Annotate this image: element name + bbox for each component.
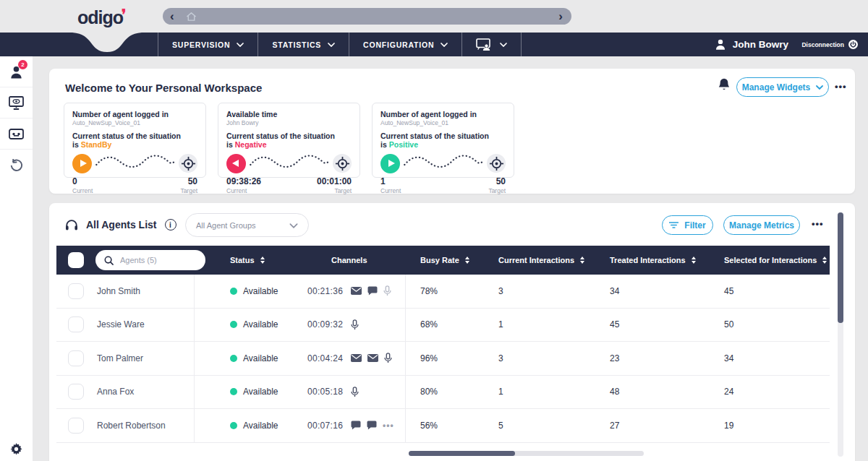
status-duration: 00:07:16 xyxy=(307,409,343,442)
mail-icon xyxy=(351,354,362,362)
vertical-scroll-thumb[interactable] xyxy=(838,212,843,323)
play-indicator-icon xyxy=(226,154,246,173)
column-divider xyxy=(194,376,195,409)
agents-card: All Agents List i All Agent Groups Filte… xyxy=(49,203,855,461)
address-bar[interactable]: ‹ › xyxy=(163,8,571,25)
row-checkbox[interactable] xyxy=(68,283,84,299)
column-divider xyxy=(405,275,406,308)
column-label: Treated Interactions xyxy=(610,256,686,264)
target-badge xyxy=(487,154,506,173)
manage-widgets-button[interactable]: Manage Widgets xyxy=(736,77,829,97)
column-label: Current Interactions xyxy=(498,256,574,264)
user-menu[interactable]: John Bowry xyxy=(715,33,788,56)
nav-item-supervision[interactable]: SUPERVISION xyxy=(158,33,258,56)
sort-icon[interactable] xyxy=(260,257,265,264)
table-row[interactable]: Jessie WareAvailable00:09:3268%14550 xyxy=(56,309,830,342)
nav-item-statistics[interactable]: STATISTICS xyxy=(258,33,349,56)
nav-item-screen-sharing[interactable] xyxy=(461,33,522,56)
selected-for-interactions: 19 xyxy=(724,409,733,442)
table-row[interactable]: Anna FoxAvailable00:05:1880%14824 xyxy=(56,376,830,410)
sidebar-item-recordings[interactable] xyxy=(0,119,33,150)
widget-title: Number of agent logged in xyxy=(72,110,197,119)
column-label: Busy Rate xyxy=(420,256,459,264)
current-interactions: 3 xyxy=(498,342,503,375)
column-header-selected-for-interactions[interactable]: Selected for Interactions xyxy=(724,246,827,275)
forward-icon[interactable]: › xyxy=(558,9,563,24)
odigo-supervisor-dashboard: odigo❜ ‹ › SUPERVISIONSTATISTICSCONFIGUR… xyxy=(0,0,868,461)
agents-search[interactable] xyxy=(95,250,205,270)
current-value: 1 xyxy=(380,176,401,186)
column-header-treated-interactions[interactable]: Treated Interactions xyxy=(610,246,696,275)
agent-channels xyxy=(351,309,359,342)
sort-icon[interactable] xyxy=(822,257,827,264)
manage-metrics-button[interactable]: Manage Metrics xyxy=(723,215,800,235)
sidebar-item-agents[interactable]: 2 xyxy=(0,56,33,87)
mic-icon xyxy=(384,353,392,363)
disconnect-button[interactable]: Disconnection xyxy=(801,33,858,56)
monitor-eye-icon xyxy=(9,96,24,110)
back-icon[interactable]: ‹ xyxy=(170,9,174,24)
column-divider xyxy=(194,275,195,308)
widget-title: Number of agent logged in xyxy=(380,110,506,119)
chevron-down-icon xyxy=(328,43,335,47)
select-all-checkbox[interactable] xyxy=(68,252,84,268)
column-header-busy-rate[interactable]: Busy Rate xyxy=(420,246,469,275)
filter-icon xyxy=(669,222,678,228)
agent-name: Jessie Ware xyxy=(97,309,145,342)
home-icon[interactable] xyxy=(186,12,197,22)
current-interactions: 1 xyxy=(498,376,503,409)
agent-groups-select[interactable]: All Agent Groups xyxy=(185,213,309,237)
nav-item-configuration[interactable]: CONFIGURATION xyxy=(349,33,461,56)
sort-icon[interactable] xyxy=(692,257,696,264)
row-checkbox[interactable] xyxy=(68,316,84,332)
table-row[interactable]: Tom PalmerAvailable00:04:2496%32334 xyxy=(56,342,830,376)
target-label: Target xyxy=(317,187,352,194)
agents-header: All Agents List i All Agent Groups Filte… xyxy=(49,203,855,246)
current-interactions: 1 xyxy=(498,309,503,342)
mic-icon xyxy=(351,319,359,330)
busy-rate: 96% xyxy=(420,342,438,375)
status-dot xyxy=(230,288,237,295)
sidebar-item-monitoring[interactable] xyxy=(0,87,33,119)
table-body: John SmithAvailable00:21:3678%33445Jessi… xyxy=(56,275,830,443)
agents-list-title: All Agents List xyxy=(86,219,157,231)
agent-groups-value: All Agent Groups xyxy=(196,221,256,230)
busy-rate: 80% xyxy=(420,376,438,409)
chevron-down-icon xyxy=(289,221,298,230)
search-input[interactable] xyxy=(120,256,192,264)
welcome-more-button[interactable]: ••• xyxy=(835,81,847,92)
vertical-scrollbar[interactable] xyxy=(838,212,843,457)
user-name: John Bowry xyxy=(733,39,788,50)
column-divider xyxy=(405,342,406,375)
filter-button[interactable]: Filter xyxy=(662,215,713,235)
widget-status-line: Current status of the situation isPositi… xyxy=(380,132,506,149)
status-duration: 00:04:24 xyxy=(307,342,343,375)
status-word: StandBy xyxy=(81,140,112,149)
horizontal-scrollbar[interactable] xyxy=(409,451,644,456)
horizontal-scroll-thumb[interactable] xyxy=(409,451,515,456)
column-header-current-interactions[interactable]: Current Interactions xyxy=(498,246,584,275)
headphones-icon xyxy=(65,219,78,231)
agents-more-button[interactable]: ••• xyxy=(812,218,824,229)
status-dot xyxy=(230,321,237,328)
chat-icon xyxy=(367,286,378,296)
row-checkbox[interactable] xyxy=(68,418,84,434)
sidebar-settings[interactable] xyxy=(0,443,33,455)
row-checkbox[interactable] xyxy=(68,350,84,366)
mic-icon xyxy=(383,285,391,296)
chat-icon xyxy=(351,421,361,430)
info-icon[interactable]: i xyxy=(165,219,176,231)
column-header-status[interactable]: Status xyxy=(230,246,265,275)
manage-metrics-label: Manage Metrics xyxy=(729,220,794,231)
table-row[interactable]: Robert RobertsonAvailable00:07:16•••56%5… xyxy=(56,409,830,443)
selected-for-interactions: 50 xyxy=(724,309,733,342)
sidebar-item-history[interactable] xyxy=(0,150,33,181)
row-checkbox[interactable] xyxy=(68,384,84,400)
table-row[interactable]: John SmithAvailable00:21:3678%33445 xyxy=(56,275,830,309)
sort-icon[interactable] xyxy=(465,257,469,264)
bell-icon[interactable] xyxy=(718,78,730,94)
odigo-logo: odigo❜ xyxy=(77,6,125,28)
mic-icon xyxy=(351,387,359,397)
gear-icon xyxy=(10,443,22,455)
sort-icon[interactable] xyxy=(580,257,584,264)
